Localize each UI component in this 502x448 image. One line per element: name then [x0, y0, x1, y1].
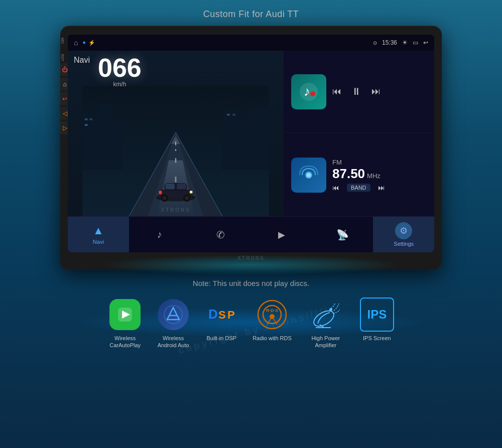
- svg-point-55: [329, 308, 332, 311]
- svg-point-39: [307, 173, 311, 177]
- carplay-icon: [109, 299, 141, 330]
- nav-item-settings[interactable]: ⚙ Settings: [373, 217, 434, 252]
- carplay-label: WirelessCarAutoPlay: [109, 335, 141, 349]
- fm-next-button[interactable]: ⏭: [378, 184, 385, 192]
- nav-item-radio[interactable]: 📡: [312, 217, 373, 252]
- status-bar: ⌂ ✦ ⚡ ⊙ 15:36 ☀ ▭ ↩: [68, 35, 434, 51]
- svg-rect-3: [110, 118, 122, 170]
- music-nav-icon: ♪: [157, 229, 162, 240]
- next-track-button[interactable]: ⏭: [371, 86, 381, 97]
- bt-icon: ✦ ⚡: [82, 40, 95, 46]
- svg-rect-25: [177, 184, 186, 189]
- svg-point-28: [163, 196, 166, 200]
- feature-ips: IPS IPS Screen: [360, 297, 394, 349]
- svg-point-29: [185, 196, 189, 200]
- mic-label: MIC: [60, 37, 65, 45]
- fm-info: FM 87.50 MHz ⏮ BAND ⏭: [332, 159, 427, 192]
- svg-rect-11: [232, 114, 235, 116]
- road-viz: XTRONS: [68, 86, 284, 216]
- hpa-icon-container: [309, 297, 343, 332]
- ips-label: IPS Screen: [363, 335, 391, 342]
- brightness-icon[interactable]: ☀: [402, 39, 408, 46]
- back-icon[interactable]: ↩: [423, 39, 428, 46]
- svg-text:♪: ♪: [304, 84, 310, 99]
- rst-label: RST: [60, 53, 65, 62]
- feature-rds: R·D·S Radio with RDS: [253, 297, 292, 349]
- rds-icon-container: R·D·S: [255, 297, 289, 332]
- status-left: ⌂ ✦ ⚡: [74, 39, 95, 47]
- speed-display: 066 km/h: [98, 55, 142, 88]
- music-controls-area: ⏮ ⏸ ⏭: [332, 86, 427, 97]
- window-icon[interactable]: ▭: [413, 39, 418, 46]
- hpa-icon: [309, 297, 343, 332]
- svg-rect-8: [89, 118, 92, 120]
- rds-icon: R·D·S: [255, 297, 289, 332]
- svg-point-36: [310, 91, 315, 96]
- device-container: MIC RST ⏻ ⌂ ↩ ◁ ▷ ⌂ ✦ ⚡ ⊙ 15:36 ☀: [0, 26, 502, 270]
- dsp-icon-container: D S P: [204, 297, 238, 332]
- time-display: 15:36: [382, 39, 397, 46]
- svg-text:P: P: [227, 309, 235, 321]
- device-outer: MIC RST ⏻ ⌂ ↩ ◁ ▷ ⌂ ✦ ⚡ ⊙ 15:36 ☀: [60, 26, 442, 270]
- svg-text:S: S: [218, 309, 226, 321]
- feature-hpa: High Power Amplifier: [306, 297, 346, 349]
- svg-rect-4: [222, 109, 239, 170]
- prev-track-button[interactable]: ⏮: [332, 86, 341, 97]
- nav-item-navi[interactable]: ▲ Navi: [68, 217, 129, 252]
- android-icon-container: [156, 297, 190, 332]
- music-controls: ⏮ ⏸ ⏭: [332, 86, 427, 97]
- location-icon: ⊙: [373, 40, 377, 46]
- video-nav-icon: ▶: [278, 229, 285, 240]
- svg-text:R·D·S: R·D·S: [266, 308, 278, 313]
- phone-nav-icon: ✆: [216, 229, 225, 241]
- fm-frequency: 87.50: [332, 166, 365, 182]
- svg-text:D: D: [208, 307, 218, 322]
- svg-text:XTRONS: XTRONS: [161, 207, 190, 213]
- carplay-icon-container: [108, 297, 142, 332]
- fm-prev-button[interactable]: ⏮: [332, 184, 339, 192]
- svg-marker-43: [167, 308, 179, 320]
- play-pause-button[interactable]: ⏸: [351, 86, 361, 97]
- navi-nav-label: Navi: [93, 239, 104, 245]
- fm-controls: ⏮ BAND ⏭: [332, 184, 427, 192]
- page-title: Custom Fit for Audi TT: [0, 0, 502, 20]
- ips-icon: IPS: [360, 297, 394, 332]
- fm-band-button[interactable]: BAND: [347, 184, 370, 192]
- nav-item-video[interactable]: ▶: [251, 217, 312, 252]
- feature-dsp: D S P Built-in DSP: [204, 297, 238, 349]
- dsp-icon: D S P: [204, 297, 238, 332]
- navi-nav-icon: ▲: [93, 224, 104, 237]
- svg-rect-10: [227, 114, 230, 116]
- fm-frequency-display: 87.50 MHz: [332, 166, 427, 182]
- dsp-label: Built-in DSP: [207, 335, 236, 342]
- feature-wireless-android: WirelessAndroid Auto: [156, 297, 190, 349]
- svg-rect-24: [166, 184, 175, 189]
- bottom-glow: [100, 255, 402, 275]
- radio-nav-icon: 📡: [336, 229, 349, 241]
- svg-point-54: [311, 308, 336, 330]
- android-icon: [158, 299, 189, 330]
- settings-gear-circle: ⚙: [395, 222, 412, 239]
- features-section: WirelessCarAutoPlay WirelessAndroid Auto: [0, 297, 502, 349]
- right-panel: ♪ ⏮ ⏸ ⏭: [284, 51, 434, 216]
- hpa-label: High Power Amplifier: [306, 335, 346, 349]
- fm-unit: MHz: [367, 172, 381, 180]
- settings-nav-label: Settings: [394, 241, 414, 247]
- fm-band-label: FM: [332, 159, 427, 166]
- music-icon-box[interactable]: ♪: [291, 74, 326, 109]
- fm-icon-box[interactable]: [291, 158, 326, 193]
- ips-text: IPS: [367, 308, 387, 322]
- nav-item-phone[interactable]: ✆: [190, 217, 251, 252]
- fm-widget: FM 87.50 MHz ⏮ BAND ⏭: [284, 134, 434, 217]
- music-widget: ♪ ⏮ ⏸ ⏭: [284, 51, 434, 133]
- bottom-nav: ▲ Navi ♪ ✆ ▶ 📡 ⚙ Settings: [68, 216, 434, 252]
- svg-rect-9: [85, 124, 88, 126]
- screen: ⌂ ✦ ⚡ ⊙ 15:36 ☀ ▭ ↩ Navi: [68, 35, 434, 252]
- svg-rect-6: [248, 107, 269, 170]
- nav-item-music[interactable]: ♪: [129, 217, 190, 252]
- home-icon[interactable]: ⌂: [74, 39, 78, 47]
- svg-rect-1: [82, 114, 101, 170]
- android-label: WirelessAndroid Auto: [158, 335, 189, 349]
- navi-panel: Navi 066 km/h: [68, 51, 284, 216]
- ips-icon-container: IPS: [360, 297, 394, 332]
